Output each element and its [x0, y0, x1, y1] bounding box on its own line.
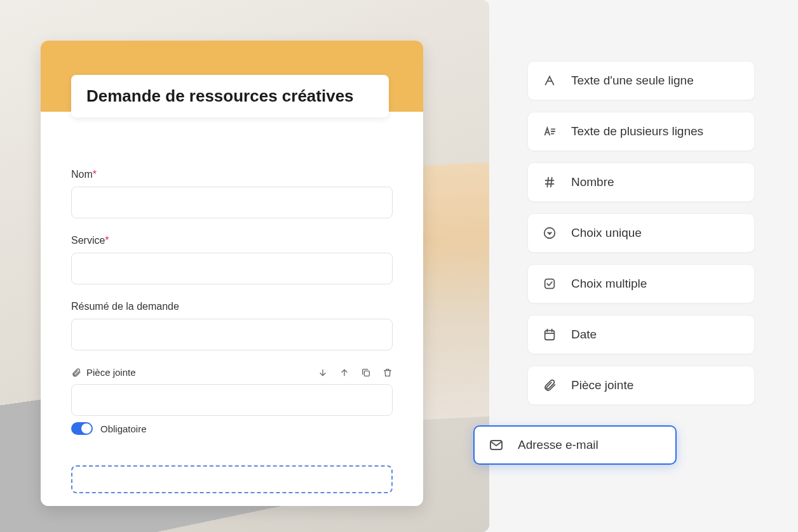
fieldtype-label: Adresse e-mail: [518, 438, 598, 452]
attachment-input[interactable]: [71, 384, 393, 416]
multi-choice-icon: [542, 276, 557, 291]
required-toggle-row: Obligatoire: [71, 422, 393, 435]
summary-input[interactable]: [71, 319, 393, 350]
fieldtype-multi-line-text[interactable]: Texte de plusieurs lignes: [527, 112, 755, 151]
fieldtype-email-dragging[interactable]: Adresse e-mail: [473, 425, 677, 465]
attachment-label-text: Pièce jointe: [86, 367, 136, 378]
fieldtype-label: Pièce jointe: [571, 378, 633, 392]
field-label-text: Service: [71, 235, 105, 246]
required-toggle-label: Obligatoire: [100, 423, 147, 434]
calendar-icon: [542, 327, 557, 342]
number-icon: [542, 175, 557, 190]
fieldtype-single-choice[interactable]: Choix unique: [527, 213, 755, 253]
attachment-label-row: Pièce jointe: [71, 367, 136, 378]
form-card: Demande de ressources créatives Nom* Ser…: [41, 41, 423, 506]
svg-rect-2: [545, 279, 555, 289]
fieldtype-label: Nombre: [571, 175, 614, 189]
drop-zone[interactable]: [71, 465, 393, 493]
single-line-text-icon: [542, 73, 557, 88]
fieldtype-date[interactable]: Date: [527, 315, 755, 354]
name-input[interactable]: [71, 187, 393, 218]
fieldtype-label: Date: [571, 328, 597, 342]
move-up-button[interactable]: [339, 368, 349, 378]
move-down-button[interactable]: [318, 368, 328, 378]
field-name: Nom*: [71, 169, 393, 218]
paperclip-icon: [71, 368, 81, 378]
fieldtype-attachment[interactable]: Pièce jointe: [527, 366, 755, 405]
fieldtype-label: Choix unique: [571, 226, 642, 240]
fieldtype-multi-choice[interactable]: Choix multiple: [527, 264, 755, 303]
required-asterisk: *: [105, 235, 109, 246]
field-label-text: Nom: [71, 169, 93, 180]
delete-button[interactable]: [382, 368, 393, 378]
duplicate-button[interactable]: [361, 368, 371, 378]
field-summary: Résumé de la demande: [71, 301, 393, 350]
form-title-container[interactable]: Demande de ressources créatives: [71, 75, 389, 117]
fieldtype-label: Texte de plusieurs lignes: [571, 124, 703, 138]
attachment-header: Pièce jointe: [71, 367, 393, 378]
fieldtype-label: Choix multiple: [571, 277, 647, 291]
envelope-icon: [489, 437, 504, 453]
field-service: Service*: [71, 235, 393, 284]
field-label-service: Service*: [71, 235, 393, 246]
service-input[interactable]: [71, 253, 393, 284]
field-attachment: Pièce jointe: [71, 367, 393, 435]
fieldtype-number[interactable]: Nombre: [527, 163, 755, 202]
form-header-band: Demande de ressources créatives: [41, 41, 423, 112]
attachment-actions: [318, 368, 393, 378]
required-asterisk: *: [93, 169, 97, 180]
form-body: Nom* Service* Résumé de la demande: [41, 112, 423, 465]
svg-rect-3: [545, 331, 555, 340]
fieldtype-single-line-text[interactable]: Texte d'une seule ligne: [527, 61, 755, 100]
multi-line-text-icon: [542, 124, 557, 139]
fieldtype-label: Texte d'une seule ligne: [571, 74, 694, 88]
required-toggle[interactable]: [71, 422, 93, 435]
svg-rect-0: [364, 371, 369, 376]
form-preview-panel: Demande de ressources créatives Nom* Ser…: [0, 0, 489, 532]
form-title: Demande de ressources créatives: [86, 86, 374, 106]
field-label-name: Nom*: [71, 169, 393, 180]
paperclip-icon: [542, 378, 557, 393]
single-choice-icon: [542, 225, 557, 241]
field-label-summary: Résumé de la demande: [71, 301, 393, 312]
field-types-panel: Texte d'une seule ligne Texte de plusieu…: [489, 0, 798, 532]
